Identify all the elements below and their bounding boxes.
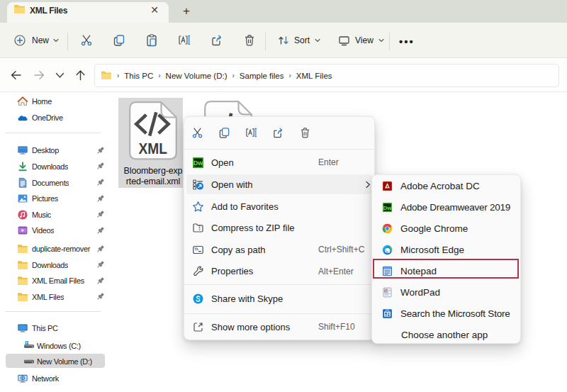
svg-text:Dw: Dw <box>193 159 203 167</box>
svg-text:XML: XML <box>138 140 167 157</box>
svg-text:Dw: Dw <box>383 204 393 211</box>
